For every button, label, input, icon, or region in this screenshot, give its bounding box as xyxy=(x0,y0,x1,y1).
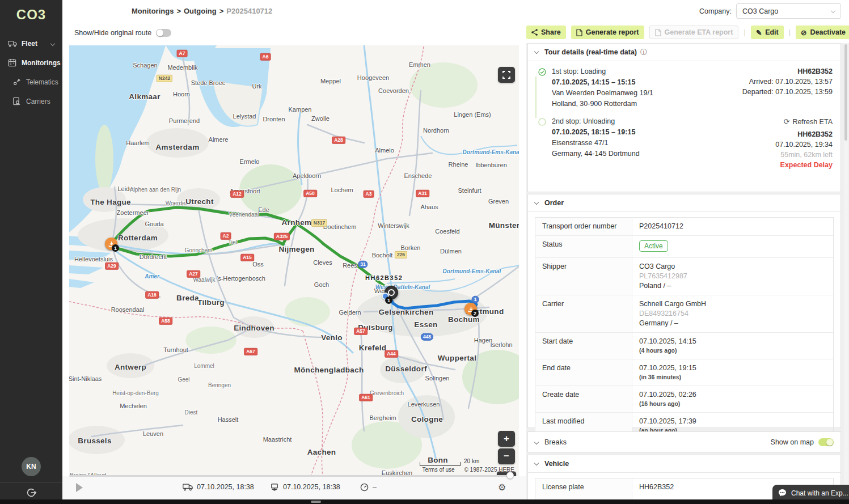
stop-address-2: Holland, 30-900 Rotterdam xyxy=(552,100,834,108)
company-select[interactable]: CO3 Cargo xyxy=(736,3,841,19)
map-city-label: Lelystad xyxy=(233,113,256,120)
vehicle-header[interactable]: Vehicle xyxy=(528,455,840,473)
edit-button[interactable]: ✎ Edit xyxy=(751,26,784,39)
road-shield: A15 xyxy=(240,254,254,261)
stop-2-status: ⟳Refresh ETA HH62B352 07.10.2025, 19:34 … xyxy=(775,117,833,171)
chevron-down-icon xyxy=(534,200,539,204)
map-city-label: Rotterdam xyxy=(118,234,158,242)
stop-marker-1[interactable]: 1 xyxy=(105,238,117,250)
map-scale-label: 20 km xyxy=(464,458,479,464)
timeline-handle[interactable] xyxy=(506,472,514,479)
map-city-label: Geel xyxy=(178,376,189,383)
show-on-map-label: Show on map xyxy=(771,438,814,446)
order-row: Start date07.10.2025, 14:15(4 hours ago) xyxy=(535,333,833,359)
share-button[interactable]: Share xyxy=(526,26,566,39)
timeline-settings-gear-icon[interactable]: ⚙ xyxy=(498,482,506,493)
bottom-bar xyxy=(0,499,849,504)
tour-details-card: Tour details (real-time data) ⓘ 1st stop… xyxy=(527,43,841,192)
map-water-label: Wesel-Datteln-Kanal xyxy=(375,284,430,290)
order-header[interactable]: Order xyxy=(528,194,840,212)
stop-done-icon xyxy=(538,68,546,78)
road-shield: A61 xyxy=(359,394,373,401)
company-label: Company: xyxy=(699,7,732,15)
map-city-label: Nordhorn xyxy=(423,127,449,134)
route-toggle[interactable] xyxy=(156,29,171,37)
map-canvas[interactable]: SchagenMedemblikStede BroecAlkmaarHoornU… xyxy=(69,45,519,476)
row-label: Transport order number xyxy=(535,218,632,235)
sidebar-item-monitorings[interactable]: Monitorings xyxy=(0,54,62,71)
map-city-label: Meppel xyxy=(320,78,341,84)
fullscreen-button[interactable] xyxy=(498,67,515,83)
map-city-label: Essen xyxy=(414,320,437,329)
zoom-out-button[interactable]: − xyxy=(498,448,515,464)
map-city-label: Woerden xyxy=(166,200,188,206)
map-city-label: Winterswijk xyxy=(378,222,409,229)
map-city-label: Stede Broec xyxy=(191,79,226,86)
map-city-label: Düsseldorf xyxy=(385,365,427,373)
map-city-label: Hoorn xyxy=(173,91,190,98)
road-shield: N317 xyxy=(311,219,327,227)
map-city-label: Oss xyxy=(252,261,264,268)
remaining-distance: 55min, 62km left xyxy=(775,151,833,159)
map-city-label: Dordrecht xyxy=(140,253,167,260)
row-value: 07.10.2025, 14:15(4 hours ago) xyxy=(632,333,833,359)
arrived-time: 07.10.2025, 13:57 xyxy=(775,78,833,86)
map-city-label: Grevenbroich xyxy=(370,390,404,396)
sidebar-item-telematics[interactable]: Telematics xyxy=(0,74,62,91)
map-city-label: Leverkusen xyxy=(408,401,440,408)
zoom-in-button[interactable]: + xyxy=(498,431,515,447)
breadcrumb-monitorings[interactable]: Monitorings xyxy=(132,7,174,15)
generate-report-button[interactable]: Generate report xyxy=(571,26,644,39)
map-city-label: Beringen xyxy=(208,382,231,388)
share-icon xyxy=(531,29,538,36)
map-city-label: Lingen (Ems) xyxy=(454,111,491,118)
deactivate-button[interactable]: ⊘ Deactivate xyxy=(796,26,849,39)
info-icon[interactable]: ⓘ xyxy=(640,48,647,57)
sidebar-item-label: Fleet xyxy=(22,40,37,48)
timeline-track[interactable] xyxy=(69,475,512,477)
bottom-scroll-thumb[interactable] xyxy=(311,501,321,503)
map-city-label: Gorinchem xyxy=(185,247,213,253)
row-value: Active xyxy=(632,236,833,257)
tour-details-header[interactable]: Tour details (real-time data) ⓘ xyxy=(528,44,840,61)
road-shield: A2 xyxy=(221,232,231,240)
map-city-label: Hoogeveen xyxy=(357,74,389,81)
refresh-eta-button[interactable]: ⟳Refresh ETA xyxy=(775,117,833,126)
chat-with-expert-button[interactable]: Chat with an Exp... xyxy=(772,485,849,501)
road-shield: A7 xyxy=(177,50,188,57)
map-city-label: Ibbenbüren xyxy=(475,162,507,168)
map-city-label: Hasselt xyxy=(218,416,239,423)
map-city-label: Rheine xyxy=(449,161,468,168)
avatar[interactable]: KN xyxy=(22,457,41,476)
breadcrumb-outgoing[interactable]: Outgoing xyxy=(184,7,217,15)
details-panel: Tour details (real-time data) ⓘ 1st stop… xyxy=(526,43,849,499)
row-value: Schnell Cargo GmbHDE8493216754Germany / … xyxy=(632,295,833,332)
map-city-label: Sint-Niklaas xyxy=(69,375,102,382)
road-shield: A57 xyxy=(354,328,368,335)
road-shield: A325 xyxy=(274,233,290,240)
truck-time: 07.10.2025, 18:38 xyxy=(197,483,254,491)
map-city-label: Krefeld xyxy=(359,344,387,352)
road-shield: A16 xyxy=(145,291,159,299)
file-icon xyxy=(576,29,582,36)
sidebar-item-carriers[interactable]: Carriers xyxy=(0,93,62,110)
road-shield: A31 xyxy=(416,190,429,197)
logout-icon[interactable] xyxy=(25,486,37,499)
terms-of-use-link[interactable]: Terms of use xyxy=(422,467,454,473)
sidebar-item-fleet[interactable]: Fleet xyxy=(0,35,62,52)
map-attribution: Terms of use © 1987-2025 HERE xyxy=(414,467,514,473)
map-city-label: Lochem xyxy=(331,187,353,193)
breaks-title[interactable]: Breaks xyxy=(544,438,567,446)
show-on-map-toggle[interactable] xyxy=(818,438,834,446)
fullscreen-icon xyxy=(502,71,510,79)
company-value: CO3 Cargo xyxy=(742,7,778,15)
map-city-label: Urk xyxy=(252,83,261,90)
truck-position-marker[interactable]: 1 xyxy=(385,286,398,299)
panel-scrollbar[interactable] xyxy=(844,43,848,499)
play-button[interactable] xyxy=(76,483,83,492)
order-row: End date07.10.2025, 19:15(in 36 minutes) xyxy=(535,359,833,386)
stop-marker-2[interactable]: 2 xyxy=(464,303,477,315)
map-city-label: Solingen xyxy=(425,375,450,382)
map-city-label: Emmen xyxy=(409,61,430,68)
map-city-label: Gouda xyxy=(145,221,163,227)
